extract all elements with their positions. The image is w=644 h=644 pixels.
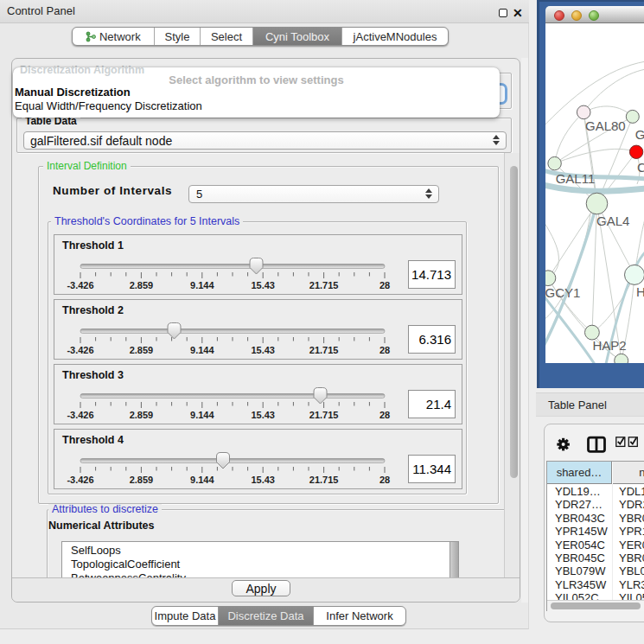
svg-text:9.144: 9.144	[190, 410, 214, 420]
svg-text:GAL11: GAL11	[556, 171, 596, 186]
svg-text:-3.426: -3.426	[67, 475, 93, 485]
svg-text:C: C	[637, 160, 644, 175]
svg-text:15.43: 15.43	[251, 280, 275, 290]
svg-text:H: H	[636, 284, 644, 299]
svg-text:GAL4: GAL4	[596, 214, 629, 228]
svg-text:28: 28	[379, 280, 390, 290]
svg-text:-3.426: -3.426	[67, 280, 93, 290]
svg-text:-3.426: -3.426	[67, 345, 93, 355]
svg-text:15.43: 15.43	[251, 475, 275, 485]
svg-text:GCY1: GCY1	[545, 285, 580, 300]
svg-text:HAP2: HAP2	[593, 338, 627, 353]
svg-text:21.715: 21.715	[309, 410, 339, 420]
svg-text:2.859: 2.859	[130, 280, 154, 290]
svg-text:GA: GA	[635, 127, 644, 142]
svg-text:28: 28	[379, 345, 390, 355]
svg-text:15.43: 15.43	[251, 410, 275, 420]
svg-text:2.859: 2.859	[130, 475, 154, 485]
svg-text:15.43: 15.43	[251, 345, 275, 355]
svg-text:28: 28	[379, 475, 390, 485]
svg-text:9.144: 9.144	[190, 280, 214, 290]
svg-text:2.859: 2.859	[130, 410, 154, 420]
svg-text:2.859: 2.859	[130, 345, 154, 355]
svg-text:21.715: 21.715	[309, 475, 339, 485]
svg-text:9.144: 9.144	[190, 345, 214, 355]
svg-text:21.715: 21.715	[309, 345, 339, 355]
svg-text:-3.426: -3.426	[67, 410, 93, 420]
svg-text:GAL80: GAL80	[585, 118, 626, 133]
svg-text:9.144: 9.144	[190, 475, 214, 485]
svg-text:28: 28	[379, 410, 390, 420]
svg-text:21.715: 21.715	[309, 280, 339, 290]
